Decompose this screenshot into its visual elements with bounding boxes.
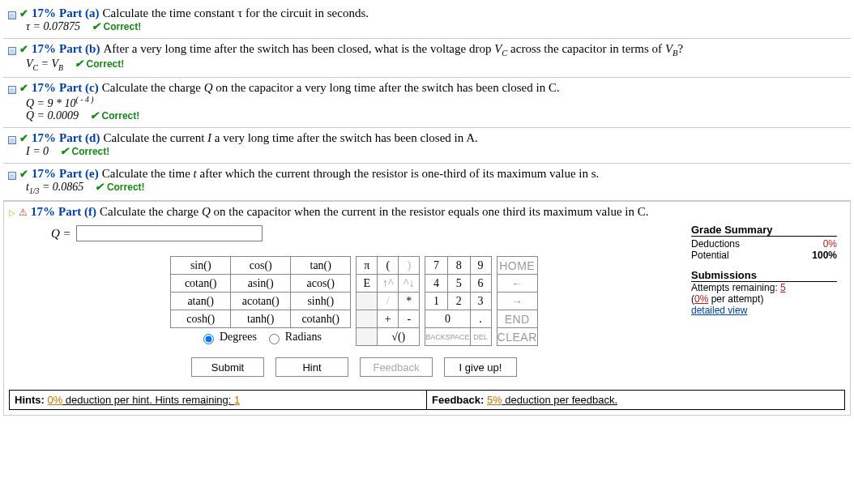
- warning-icon: ⚠: [19, 207, 28, 219]
- submit-button[interactable]: Submit: [191, 357, 264, 377]
- key-end[interactable]: END: [497, 310, 537, 328]
- check-icon: ✔: [95, 181, 104, 193]
- key-sqrt[interactable]: √(): [378, 328, 420, 346]
- key-blank: [357, 328, 378, 346]
- radians-radio[interactable]: [269, 334, 280, 344]
- key-tanh[interactable]: tanh(): [231, 310, 291, 328]
- correct-label: Correct!: [107, 182, 145, 193]
- degrees-radio[interactable]: [203, 334, 214, 344]
- question-text: Calculate the time t after which the cur…: [102, 167, 600, 181]
- collapse-icon[interactable]: −: [8, 172, 16, 180]
- check-icon: ✔: [19, 168, 28, 181]
- hints-bar: Hints: 0% deduction per hint. Hints rema…: [9, 390, 845, 410]
- key-sinh[interactable]: sinh(): [291, 293, 351, 310]
- potential-value: 100%: [812, 250, 837, 261]
- key-tan[interactable]: tan(): [291, 257, 351, 275]
- degrees-option[interactable]: Degrees: [199, 331, 256, 343]
- key-7[interactable]: 7: [425, 257, 448, 275]
- key-cos[interactable]: cos(): [231, 257, 291, 275]
- key-e[interactable]: E: [357, 275, 378, 293]
- key-sub[interactable]: ^↓: [399, 275, 420, 293]
- collapse-icon[interactable]: −: [8, 136, 16, 144]
- part-label: Part (c): [59, 81, 99, 95]
- radians-option[interactable]: Radians: [265, 331, 322, 343]
- symbol-keys: π ( ) E ↑^ ^↓ / *: [356, 256, 420, 346]
- key-minus[interactable]: -: [399, 310, 420, 328]
- part-f: ▷ ⚠ 17% Part (f) Calculate the charge Q …: [3, 201, 851, 416]
- check-icon: ✔: [75, 58, 83, 70]
- key-right[interactable]: →: [497, 293, 537, 310]
- check-icon: ✔: [19, 132, 28, 145]
- part-c: − ✔ 17% Part (c) Calculate the charge Q …: [3, 78, 851, 129]
- hint-button[interactable]: Hint: [275, 357, 348, 377]
- key-div[interactable]: /: [378, 293, 399, 310]
- correct-label: Correct!: [103, 21, 141, 32]
- answer-line: I = 0 ✔ Correct!: [8, 145, 846, 158]
- answer-input[interactable]: [76, 225, 263, 241]
- key-atan[interactable]: atan(): [171, 293, 231, 310]
- part-label: Part (a): [59, 6, 100, 20]
- key-acotan[interactable]: acotan(): [231, 293, 291, 310]
- key-cotan[interactable]: cotan(): [171, 275, 231, 293]
- grade-summary-title: Grade Summary: [691, 224, 837, 237]
- feedback-info: Feedback: 5% deduction per feedback.: [427, 391, 622, 409]
- detailed-view-link[interactable]: detailed view: [691, 305, 837, 316]
- key-1[interactable]: 1: [425, 293, 448, 310]
- key-5[interactable]: 5: [447, 275, 470, 293]
- potential-label: Potential: [691, 250, 729, 261]
- collapse-icon[interactable]: −: [8, 11, 16, 19]
- answer-line: VC = VB ✔ Correct!: [8, 58, 846, 72]
- part-weight: 17%: [32, 81, 56, 95]
- part-label: Part (b): [59, 42, 100, 56]
- key-sin[interactable]: sin(): [171, 257, 231, 275]
- part-weight: 17%: [31, 205, 55, 219]
- key-del[interactable]: DEL: [470, 328, 491, 346]
- key-asin[interactable]: asin(): [231, 275, 291, 293]
- key-0[interactable]: 0: [425, 310, 470, 328]
- key-sup[interactable]: ↑^: [378, 275, 399, 293]
- nav-keys: HOME ← → END CLEAR: [497, 256, 538, 346]
- number-keys: 7 8 9 4 5 6 1 2 3 0: [425, 256, 491, 346]
- key-6[interactable]: 6: [470, 275, 491, 293]
- key-lparen[interactable]: (: [378, 257, 399, 275]
- key-3[interactable]: 3: [470, 293, 491, 310]
- question-text: Calculate the charge Q on the capacitor …: [102, 81, 560, 95]
- giveup-button[interactable]: I give up!: [444, 357, 517, 377]
- key-acos[interactable]: acos(): [291, 275, 351, 293]
- check-icon: ✔: [60, 145, 69, 157]
- collapse-icon[interactable]: −: [8, 86, 16, 94]
- correct-label: Correct!: [72, 146, 110, 157]
- key-9[interactable]: 9: [470, 257, 491, 275]
- key-dot[interactable]: .: [470, 310, 491, 328]
- key-2[interactable]: 2: [447, 293, 470, 310]
- key-mul[interactable]: *: [399, 293, 420, 310]
- key-clear[interactable]: CLEAR: [497, 328, 537, 346]
- key-rparen[interactable]: ): [399, 257, 420, 275]
- key-cosh[interactable]: cosh(): [171, 310, 231, 328]
- keypad: sin() cos() tan() cotan() asin() acos() …: [170, 256, 538, 346]
- answer-line: τ = 0.07875 ✔ Correct!: [8, 20, 846, 33]
- key-pi[interactable]: π: [357, 257, 378, 275]
- collapse-icon[interactable]: −: [8, 47, 16, 55]
- part-weight: 17%: [32, 6, 56, 20]
- grade-summary: Grade Summary Deductions 0% Potential 10…: [691, 224, 837, 377]
- key-left[interactable]: ←: [497, 275, 537, 293]
- key-backspace[interactable]: BACKSPACE: [425, 328, 470, 346]
- key-home[interactable]: HOME: [497, 257, 537, 275]
- check-icon: ✔: [19, 43, 28, 56]
- correct-label: Correct!: [102, 110, 140, 122]
- key-4[interactable]: 4: [425, 275, 448, 293]
- function-keys: sin() cos() tan() cotan() asin() acos() …: [170, 256, 351, 328]
- deductions-value: 0%: [823, 238, 837, 250]
- expand-icon[interactable]: ▷: [9, 208, 15, 217]
- hints-info: Hints: 0% deduction per hint. Hints rema…: [10, 391, 427, 409]
- correct-label: Correct!: [87, 58, 125, 70]
- part-weight: 17%: [32, 131, 56, 145]
- key-cotanh[interactable]: cotanh(): [291, 310, 351, 328]
- check-icon: ✔: [90, 109, 99, 122]
- part-weight: 17%: [32, 42, 56, 56]
- feedback-button[interactable]: Feedback: [360, 357, 433, 377]
- key-8[interactable]: 8: [447, 257, 470, 275]
- action-buttons: Submit Hint Feedback I give up!: [33, 357, 675, 377]
- key-plus[interactable]: +: [378, 310, 399, 328]
